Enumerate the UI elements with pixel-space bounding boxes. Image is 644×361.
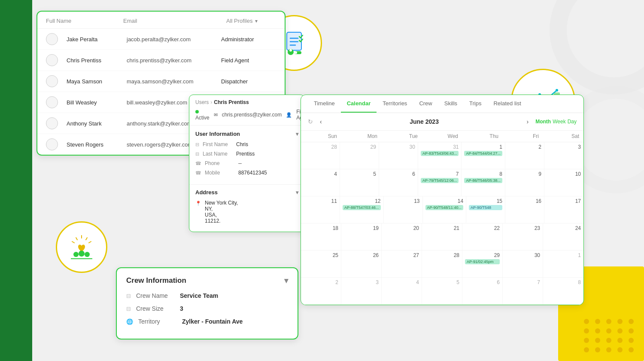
- next-month-button[interactable]: ›: [524, 117, 532, 126]
- calendar-cell[interactable]: 19: [341, 223, 382, 250]
- table-row[interactable]: Jake Peralta jacob.peralta@zylker.com Ad…: [37, 29, 285, 50]
- tab-related-list[interactable]: Related list: [487, 95, 527, 113]
- tab-territories[interactable]: Territories: [377, 95, 413, 113]
- crew-name-value: Service Team: [180, 292, 218, 299]
- calendar-cell[interactable]: 31AP-83/T543/06:43...: [418, 142, 462, 169]
- calendar-cell[interactable]: 26: [341, 251, 382, 277]
- calendar-cell[interactable]: 27: [382, 251, 422, 277]
- calendar-cell[interactable]: 12AP-88/T547/03:46...: [340, 196, 384, 223]
- cell-date: 22: [465, 225, 500, 231]
- calendar-cell[interactable]: 25: [301, 251, 341, 277]
- crew-card-title: Crew Information: [126, 276, 186, 285]
- calendar-cell[interactable]: 2: [301, 278, 341, 304]
- svg-point-16: [556, 89, 558, 92]
- calendar-cell[interactable]: 20: [382, 223, 422, 250]
- calendar-cell[interactable]: 5: [422, 278, 462, 304]
- cell-date: 2: [304, 279, 338, 285]
- calendar-cell[interactable]: 4: [301, 169, 340, 196]
- cell-date: 7: [421, 171, 459, 177]
- user-email: maya.samson@zylker.com: [127, 78, 213, 85]
- calendar-cell[interactable]: 29AP-91/02:45pm: [462, 251, 503, 277]
- calendar-cell[interactable]: 28: [422, 251, 462, 277]
- breadcrumb-parent[interactable]: Users: [195, 99, 209, 105]
- calendar-cell[interactable]: 23: [503, 223, 543, 250]
- crew-name-field: ⊟ Crew Name Service Team: [126, 292, 288, 299]
- calendar-cell[interactable]: 24: [543, 223, 583, 250]
- address-toggle[interactable]: ▾: [296, 190, 298, 196]
- calendar-week: 2345678: [301, 278, 583, 305]
- field-last-name: ⊟ Last Name Prentiss: [195, 151, 298, 157]
- calendar-cell[interactable]: 6: [379, 169, 418, 196]
- tab-timeline[interactable]: Timeline: [308, 95, 341, 113]
- calendar-cell[interactable]: 11: [301, 196, 340, 223]
- table-row[interactable]: Chris Prentiss chris.prentiss@zylker.com…: [37, 50, 285, 71]
- calendar-cell[interactable]: 10: [544, 169, 583, 196]
- breadcrumb: Users › Chris Prentiss: [189, 95, 304, 107]
- calendar-cell[interactable]: 18: [301, 223, 341, 250]
- calendar-cell[interactable]: 2: [505, 142, 544, 169]
- cell-date: 8: [464, 171, 502, 177]
- calendar-cell[interactable]: 3: [544, 142, 583, 169]
- calendar-cell[interactable]: 1: [543, 251, 583, 277]
- calendar-event[interactable]: AP-91/02:45pm: [465, 259, 500, 264]
- calendar-cell[interactable]: 22: [462, 223, 503, 250]
- tab-crew[interactable]: Crew: [413, 95, 438, 113]
- calendar-cell[interactable]: 8: [543, 278, 583, 304]
- calendar-event[interactable]: AP-83/T543/06:43...: [421, 151, 459, 156]
- calendar-event[interactable]: AP-88/T547/03:46...: [343, 205, 381, 210]
- territory-label: Territory: [138, 318, 177, 325]
- refresh-icon[interactable]: ↻: [308, 118, 313, 125]
- calendar-cell[interactable]: 29: [340, 142, 379, 169]
- territory-icon: 🌐: [126, 318, 133, 325]
- calendar-cell[interactable]: 15AP-90/T548: [466, 196, 505, 223]
- section-toggle[interactable]: ▾: [296, 131, 298, 137]
- calendar-cell[interactable]: 7: [503, 278, 543, 304]
- calendar-cell[interactable]: 21: [422, 223, 462, 250]
- user-role: Field Agent: [221, 57, 249, 64]
- cell-date: 1: [464, 144, 502, 150]
- calendar-cell[interactable]: 6: [462, 278, 503, 304]
- calendar-event[interactable]: AP-90/T548: [469, 205, 502, 210]
- col-header-profile[interactable]: All Profiles ▾: [226, 18, 258, 24]
- month-view-button[interactable]: Month: [535, 119, 551, 125]
- calendar-cell[interactable]: 7AP-79/T545/12:06...: [418, 169, 462, 196]
- left-bar: [0, 0, 32, 361]
- calendar-cell[interactable]: 5: [340, 169, 379, 196]
- calendar-cell[interactable]: 4: [382, 278, 422, 304]
- cell-date: 12: [343, 198, 381, 204]
- tab-calendar[interactable]: Calendar: [341, 95, 377, 113]
- crew-card-toggle[interactable]: ▾: [284, 276, 288, 285]
- calendar-cell[interactable]: 28: [301, 142, 340, 169]
- table-row[interactable]: Maya Samson maya.samson@zylker.com Dispa…: [37, 71, 285, 92]
- calendar-event[interactable]: AP-79/T545/12:06...: [421, 178, 459, 183]
- calendar-cell[interactable]: 30: [503, 251, 543, 277]
- calendar-cell[interactable]: 14AP-90/T548/11:40...: [423, 196, 467, 223]
- calendar-cell[interactable]: 17: [544, 196, 583, 223]
- tab-skills[interactable]: Skills: [438, 95, 463, 113]
- user-info-section: User Information ▾ ⊟ First Name Chris ⊟ …: [189, 125, 304, 184]
- calendar-event[interactable]: AP-84/T544/04:27...: [464, 151, 502, 156]
- cell-date: 30: [505, 252, 540, 258]
- cell-date: 18: [304, 225, 338, 231]
- calendar-cell[interactable]: 8AP-86/T546/05:38...: [462, 169, 505, 196]
- calendar-cell[interactable]: 16: [505, 196, 544, 223]
- calendar-event[interactable]: AP-86/T546/05:38...: [464, 178, 502, 183]
- calendar-cell[interactable]: 9: [505, 169, 544, 196]
- day-view-button[interactable]: Day: [568, 119, 577, 125]
- calendar-cell[interactable]: 13: [384, 196, 423, 223]
- cell-date: 17: [547, 198, 581, 204]
- cell-date: 5: [343, 171, 376, 177]
- calendar-cell[interactable]: 1AP-84/T544/04:27...: [462, 142, 505, 169]
- calendar-cell[interactable]: 30: [379, 142, 418, 169]
- calendar-cell[interactable]: 3: [341, 278, 382, 304]
- prev-month-button[interactable]: ‹: [317, 117, 325, 126]
- cell-date: 11: [304, 198, 337, 204]
- crew-territory-field: 🌐 Territory Zylker - Fountain Ave: [126, 318, 288, 325]
- main-panel-tabs: Timeline Calendar Territories Crew Skill…: [301, 95, 583, 113]
- field-first-name: ⊟ First Name Chris: [195, 141, 298, 147]
- day-header-sat: Sat: [543, 131, 583, 142]
- calendar-event[interactable]: AP-90/T548/11:40...: [425, 205, 464, 210]
- avatar: [46, 96, 58, 108]
- tab-trips[interactable]: Trips: [463, 95, 487, 113]
- week-view-button[interactable]: Week: [553, 119, 565, 125]
